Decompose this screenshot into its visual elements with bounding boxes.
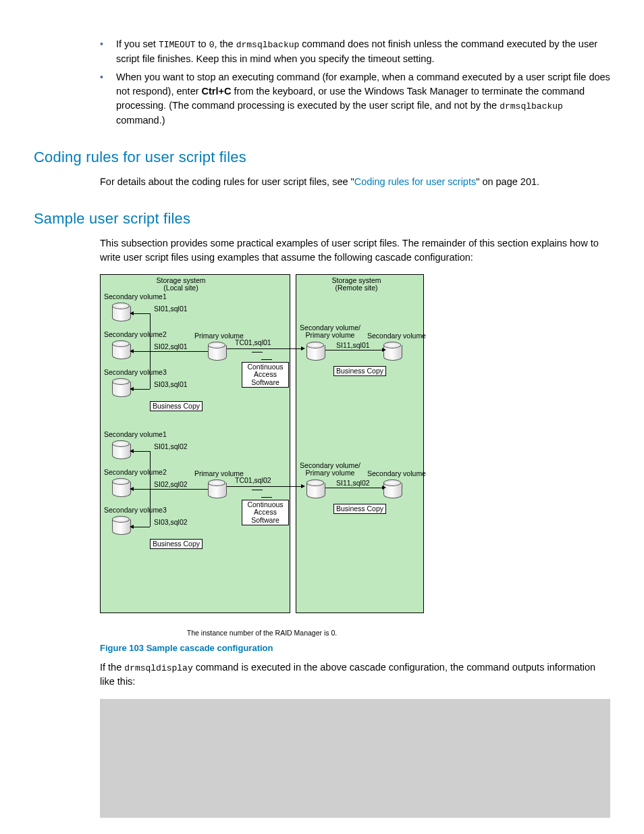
cylinder-icon [383, 342, 401, 362]
text: If the [100, 662, 124, 673]
code-timeout: TIMEOUT [159, 40, 196, 50]
sample-intro-paragraph: This subsection provides some practical … [34, 236, 610, 265]
text: " on page 201. [476, 176, 539, 187]
cylinder-icon [306, 479, 324, 500]
label-si03-1: SI03,sql01 [154, 381, 188, 389]
text: command.) [116, 115, 165, 126]
code-drmsqlbackup: drmsqlbackup [500, 101, 563, 111]
cylinder-icon [306, 342, 324, 362]
box-business-copy-local-2: Business Copy [150, 539, 203, 550]
label-sv3-b: Secondary volume3 [104, 506, 167, 515]
label-sv1: Secondary volume1 [104, 293, 167, 301]
label-si11-1: SI11,sql01 [336, 342, 370, 350]
figure-caption: Figure 103 Sample cascade configuration [100, 642, 610, 655]
cylinder-icon [208, 342, 225, 362]
box-cas-1: Continuous Access Software [242, 362, 289, 388]
label-sv2-b: Secondary volume2 [104, 469, 167, 477]
bullet-item-2: When you want to stop an executing comma… [100, 70, 610, 128]
label-sv1-b: Secondary volume1 [104, 431, 167, 439]
label-storage-remote: Storage system (Remote site) [323, 277, 390, 292]
code-drmsqlbackup: drmsqlbackup [236, 40, 300, 50]
cylinder-icon [112, 378, 130, 398]
label-sv: Secondary volume [367, 332, 426, 340]
xref-coding-rules[interactable]: Coding rules for user scripts [354, 176, 477, 187]
cylinder-icon [112, 440, 130, 461]
label-sv2: Secondary volume2 [104, 331, 167, 339]
label-si02-2: SI02,sql02 [154, 481, 188, 489]
text: For details about the coding rules for u… [100, 176, 354, 187]
label-sv3: Secondary volume3 [104, 369, 167, 377]
code-drmsqldisplay: drmsqldisplay [124, 663, 192, 673]
cylinder-icon [383, 479, 401, 500]
label-svpv: Secondary volume/ Primary volume [300, 324, 360, 340]
figure-103: Storage system (Local site) Storage syst… [100, 274, 610, 638]
box-business-copy-local-1: Business Copy [150, 401, 203, 412]
label-si01-1: SI01,sql01 [154, 305, 188, 313]
label-sv-b: Secondary volume [367, 470, 426, 478]
heading-sample-files: Sample user script files [34, 208, 610, 230]
code-output-block [100, 699, 610, 818]
box-business-copy-remote-1: Business Copy [333, 366, 386, 377]
box-business-copy-remote-2: Business Copy [333, 504, 386, 515]
coding-rules-paragraph: For details about the coding rules for u… [34, 175, 610, 189]
shortcut-key: Ctrl+C [202, 86, 232, 97]
label-storage-local: Storage system (Local site) [147, 277, 215, 292]
text: If you set [116, 38, 159, 49]
text: to [195, 38, 209, 49]
label-si02-1: SI02,sql01 [154, 343, 188, 351]
label-si01-2: SI01,sql02 [154, 443, 188, 451]
label-si03-2: SI03,sql02 [154, 519, 188, 527]
label-tc01-2: TC01,sql02 [235, 477, 271, 485]
cylinder-icon [112, 340, 130, 361]
figure-subnote: The instance number of the RAID Manager … [100, 628, 424, 638]
exec-paragraph: If the drmsqldisplay command is executed… [34, 660, 610, 689]
text: , the [214, 38, 236, 49]
bullet-list: If you set TIMEOUT to 0, the drmsqlbacku… [34, 37, 610, 128]
label-si11-2: SI11,sql02 [336, 479, 370, 488]
cylinder-icon [112, 478, 130, 498]
label-tc01-1: TC01,sql01 [235, 339, 271, 347]
cylinder-icon [112, 303, 130, 323]
label-svpv-b: Secondary volume/ Primary volume [300, 462, 360, 477]
box-cas-2: Continuous Access Software [242, 500, 289, 526]
heading-coding-rules: Coding rules for user script files [34, 147, 610, 168]
cylinder-icon [208, 479, 225, 500]
cylinder-icon [112, 516, 130, 536]
bullet-item-1: If you set TIMEOUT to 0, the drmsqlbacku… [100, 37, 610, 66]
